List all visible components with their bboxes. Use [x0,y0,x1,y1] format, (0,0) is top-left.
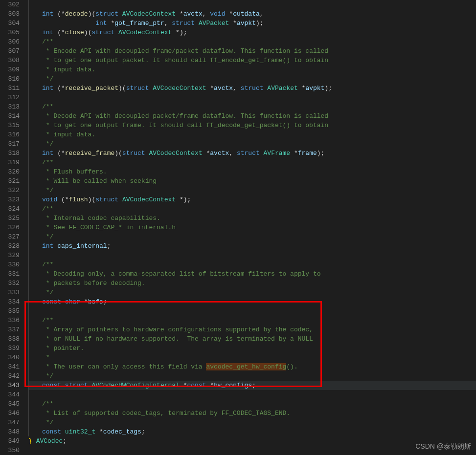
line-number: 341 [0,362,20,371]
code-line[interactable]: int (*decode)(struct AVCodecContext *avc… [28,9,476,19]
code-line[interactable]: /** [28,260,476,269]
code-line[interactable]: void (*flush)(struct AVCodecContext *); [28,195,476,204]
code-line[interactable]: const uint32_t *codec_tags; [28,427,476,436]
code-line[interactable] [28,306,476,316]
code-line[interactable]: const struct AVCodecHWConfigInternal *co… [28,381,476,390]
line-number: 335 [0,306,20,316]
line-number: 303 [0,9,20,19]
code-line[interactable]: */ [28,371,476,381]
line-number: 307 [0,46,20,56]
line-number: 348 [0,427,20,436]
code-line[interactable]: /** [28,399,476,409]
code-line[interactable]: */ [28,74,476,84]
line-number: 306 [0,37,20,46]
code-line[interactable]: * to get one output packet. It should ca… [28,56,476,65]
line-number: 305 [0,28,20,37]
line-number: 345 [0,399,20,409]
code-line[interactable]: */ [28,232,476,241]
code-line[interactable]: * input data. [28,65,476,74]
watermark: CSDN @泰勒朗斯 [415,442,471,451]
line-number: 340 [0,353,20,362]
code-line[interactable]: */ [28,288,476,297]
line-number: 322 [0,186,20,195]
code-line[interactable]: } AVCodec; [28,436,476,446]
line-number: 344 [0,390,20,399]
code-line[interactable]: /** [28,204,476,214]
line-number: 325 [0,214,20,223]
line-number: 339 [0,344,20,353]
code-line[interactable]: * See FF_CODEC_CAP_* in internal.h [28,223,476,232]
code-editor[interactable]: 3023033043053063073083093103113123133143… [0,0,476,455]
line-number: 310 [0,74,20,84]
code-line[interactable]: */ [28,139,476,149]
line-number: 332 [0,279,20,288]
code-line[interactable]: * Will be called when seeking [28,176,476,186]
code-line[interactable]: int (*close)(struct AVCodecContext *); [28,28,476,37]
line-number: 330 [0,260,20,269]
code-line[interactable]: int (*receive_packet)(struct AVCodecCont… [28,84,476,93]
line-number: 318 [0,149,20,158]
code-line[interactable]: * The user can only access this field vi… [28,362,476,371]
line-number: 326 [0,223,20,232]
code-line[interactable]: /** [28,316,476,325]
code-line[interactable]: * Decode API with decoupled packet/frame… [28,111,476,121]
code-line[interactable]: * input data. [28,130,476,139]
code-line[interactable] [28,446,476,455]
line-number: 317 [0,139,20,149]
line-number: 308 [0,56,20,65]
line-number: 346 [0,409,20,418]
code-line[interactable]: * to get one output frame. It should cal… [28,121,476,130]
code-line[interactable]: int (*receive_frame)(struct AVCodecConte… [28,149,476,158]
line-number: 312 [0,93,20,102]
line-number: 309 [0,65,20,74]
code-line[interactable]: */ [28,186,476,195]
code-line[interactable] [28,251,476,260]
line-number: 338 [0,334,20,344]
line-number: 329 [0,251,20,260]
line-number: 323 [0,195,20,204]
line-number: 321 [0,176,20,186]
line-number: 333 [0,288,20,297]
code-line[interactable]: * [28,353,476,362]
code-line[interactable]: * Array of pointers to hardware configur… [28,325,476,334]
code-line[interactable]: const char *bsfs; [28,297,476,306]
code-line[interactable]: * List of supported codec_tags, terminat… [28,409,476,418]
line-number: 320 [0,167,20,176]
line-number: 304 [0,19,20,28]
code-line[interactable]: * or NULL if no hardware supported. The … [28,334,476,344]
line-number: 311 [0,84,20,93]
line-number: 328 [0,241,20,251]
code-line[interactable] [28,390,476,399]
code-line[interactable]: * Encode API with decoupled frame/packet… [28,46,476,56]
code-line[interactable]: * Flush buffers. [28,167,476,176]
code-line[interactable]: * packets before decoding. [28,279,476,288]
code-line[interactable]: * Decoding only, a comma-separated list … [28,269,476,279]
code-line[interactable]: int caps_internal; [28,241,476,251]
line-number: 343 [0,381,20,390]
line-number: 342 [0,371,20,381]
code-line[interactable]: /** [28,37,476,46]
code-line[interactable]: * pointer. [28,344,476,353]
line-number: 331 [0,269,20,279]
code-line[interactable]: /** [28,102,476,111]
line-number: 319 [0,158,20,167]
line-number: 350 [0,446,20,455]
line-number: 316 [0,130,20,139]
code-line[interactable]: int *got_frame_ptr, struct AVPacket *avp… [28,19,476,28]
line-number: 314 [0,111,20,121]
line-number-gutter: 3023033043053063073083093103113123133143… [0,0,28,455]
code-line[interactable]: * Internal codec capabilities. [28,214,476,223]
code-line[interactable]: /** [28,158,476,167]
line-number: 337 [0,325,20,334]
code-line[interactable] [28,93,476,102]
line-number: 347 [0,418,20,427]
code-line[interactable]: */ [28,418,476,427]
line-number: 327 [0,232,20,241]
line-number: 336 [0,316,20,325]
line-number: 313 [0,102,20,111]
line-number: 349 [0,436,20,446]
line-number: 302 [0,0,20,9]
line-number: 315 [0,121,20,130]
code-area[interactable]: int (*decode)(struct AVCodecContext *avc… [28,0,476,455]
code-line[interactable] [28,0,476,9]
